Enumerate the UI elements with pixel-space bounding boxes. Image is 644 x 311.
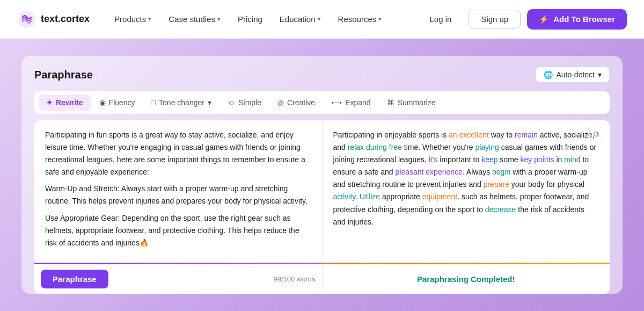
input-text-p3: Use Appropriate Gear: Depending on the s… [45,212,311,249]
browser-icon: ⚡ [539,15,549,24]
logo[interactable]: text.cortex [17,10,90,29]
chevron-down-icon: ▾ [598,70,602,79]
tab-tone-changer[interactable]: □ Tone changer ▾ [144,95,219,111]
input-text: Participating in fun sports is a great w… [45,129,311,178]
chevron-down-icon: ▾ [318,16,321,23]
card-header: Paraphrase 🌐 Auto-detect ▾ [34,67,610,83]
left-progress-bar [34,261,322,264]
tab-summarize[interactable]: ⌘ Summarize [379,95,443,111]
chevron-down-icon: ▾ [217,16,221,23]
login-button[interactable]: Log in [419,10,463,28]
panels-wrapper: Participating in fun sports is a great w… [34,120,610,294]
tab-fluency[interactable]: ◉ Fluency [92,95,143,111]
tone-icon: □ [151,98,156,107]
right-progress-bar [322,261,610,264]
tabs-row: ✦ Rewrite ◉ Fluency □ Tone changer ▾ ☺ S… [34,91,610,114]
output-panel: ⧉ Participating in enjoyable sports is a… [323,120,610,261]
progress-bars [34,261,610,264]
nav-item-case-studies[interactable]: Case studies ▾ [161,10,228,28]
nav-links: Products ▾ Case studies ▾ Pricing Educat… [107,10,419,28]
nav-item-education[interactable]: Education ▾ [272,10,328,28]
output-text: Participating in enjoyable sports is an … [333,129,599,228]
paraphrase-button[interactable]: Paraphrase [41,270,108,288]
copy-button[interactable]: ⧉ [589,127,603,141]
input-text-p2: Warm-Up and Stretch: Always start with a… [45,183,311,207]
word-count: 99/100 words [273,275,315,283]
globe-icon: 🌐 [544,70,553,79]
nav-item-pricing[interactable]: Pricing [230,10,270,28]
tab-expand[interactable]: ⟷ Expand [324,95,378,111]
main-content: Paraphrase 🌐 Auto-detect ▾ ✦ Rewrite ◉ F… [0,39,644,311]
panels-content: Participating in fun sports is a great w… [34,120,610,261]
tab-simple[interactable]: ☺ Simple [220,95,269,111]
tab-rewrite[interactable]: ✦ Rewrite [39,95,91,111]
auto-detect-button[interactable]: 🌐 Auto-detect ▾ [536,67,610,83]
paraphrase-card: Paraphrase 🌐 Auto-detect ▾ ✦ Rewrite ◉ F… [21,56,623,294]
chevron-down-icon: ▾ [148,16,151,23]
input-panel[interactable]: Participating in fun sports is a great w… [34,120,323,261]
creative-icon: ◎ [277,98,284,107]
nav-item-resources[interactable]: Resources ▾ [331,10,390,28]
chevron-down-icon: ▾ [208,98,211,107]
completion-status: Paraphrasing Completed! [417,274,515,284]
add-to-browser-button[interactable]: ⚡ Add To Browser [527,9,627,30]
page-title: Paraphrase [34,69,93,81]
summarize-icon: ⌘ [387,98,394,107]
simple-icon: ☺ [228,98,235,107]
navbar: text.cortex Products ▾ Case studies ▾ Pr… [0,0,644,39]
rewrite-icon: ✦ [46,98,53,107]
right-footer: Paraphrasing Completed! [323,269,610,289]
copy-icon: ⧉ [594,129,599,138]
nav-actions: Log in Sign up ⚡ Add To Browser [419,9,627,30]
left-footer: Paraphrase 99/100 words [34,264,323,294]
signup-button[interactable]: Sign up [469,10,521,28]
nav-item-products[interactable]: Products ▾ [107,10,159,28]
chevron-down-icon: ▾ [378,16,382,23]
fluency-icon: ◉ [99,98,106,107]
tab-creative[interactable]: ◎ Creative [270,95,323,111]
footer-row: Paraphrase 99/100 words Paraphrasing Com… [34,264,610,294]
expand-icon: ⟷ [331,98,342,107]
